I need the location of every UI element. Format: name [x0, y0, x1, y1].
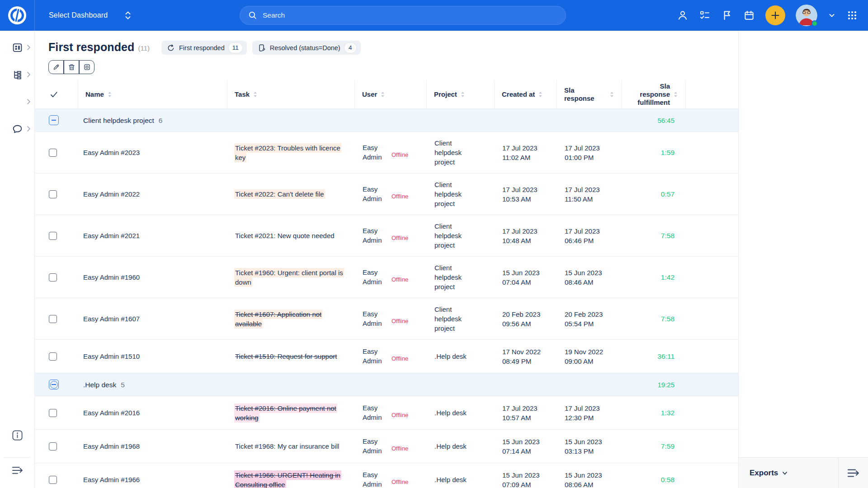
task-name-link[interactable]: Easy Admin #1968: [83, 442, 140, 450]
sidebar-divider: [4, 457, 31, 458]
task-name-link[interactable]: Easy Admin #1607: [83, 315, 140, 323]
exports-button[interactable]: Exports: [739, 458, 838, 488]
group-row[interactable]: .Help desk5 19:25: [35, 373, 738, 396]
table-row[interactable]: Easy Admin #1960 Ticket #1960: Urgent: c…: [35, 257, 738, 298]
row-checkbox[interactable]: [49, 352, 57, 361]
task-name-link[interactable]: Easy Admin #2016: [83, 409, 140, 417]
user-link[interactable]: Easy Admin: [363, 309, 389, 328]
sidebar-item-collapsed[interactable]: [0, 95, 35, 108]
project-link[interactable]: Client helpdesk project: [434, 180, 470, 208]
table-row[interactable]: Easy Admin #2022 Ticket #2022: Can't del…: [35, 174, 738, 215]
table-row[interactable]: Easy Admin #2016 Ticket #2016: Online pa…: [35, 396, 738, 430]
user-icon[interactable]: [677, 9, 689, 21]
info-button[interactable]: [0, 429, 35, 441]
search-icon: [248, 11, 257, 20]
project-link[interactable]: .Help desk: [434, 475, 467, 484]
column-header[interactable]: Project: [426, 80, 494, 108]
dashboard-selector[interactable]: Select Dashboard: [35, 10, 132, 20]
row-checkbox[interactable]: [49, 409, 57, 417]
chip-first-responded[interactable]: First responded 11: [161, 41, 247, 55]
row-checkbox[interactable]: [49, 273, 57, 282]
chip-resolved[interactable]: Resolved (status=Done) 4: [252, 41, 361, 55]
task-name-link[interactable]: Easy Admin #1966: [83, 476, 140, 483]
group-row[interactable]: Client helpdesk project6 56:45: [35, 109, 738, 132]
task-subject-link[interactable]: Ticket #1968: My car insurance bill: [235, 442, 339, 450]
user-link[interactable]: Easy Admin: [363, 226, 389, 245]
sidebar-item-messages[interactable]: [0, 122, 35, 136]
checklist-icon[interactable]: [699, 9, 711, 21]
table-row[interactable]: Easy Admin #1968 Ticket #1968: My car in…: [35, 430, 738, 463]
row-checkbox[interactable]: [49, 149, 57, 157]
sidebar-item-project-tree[interactable]: [0, 68, 35, 81]
user-link[interactable]: Easy Admin: [363, 403, 389, 422]
task-subject-link[interactable]: Ticket #2016: Online payment not working: [235, 404, 336, 422]
row-checkbox[interactable]: [49, 315, 57, 323]
task-subject-link[interactable]: Ticket #2022: Can't delete file: [235, 190, 324, 198]
task-subject-link[interactable]: Ticket #1607: Application not available: [235, 310, 321, 328]
sort-icon: [107, 91, 112, 98]
user-link[interactable]: Easy Admin: [363, 184, 389, 203]
column-header[interactable]: Created at: [494, 80, 557, 108]
expand-panel-button[interactable]: [838, 458, 868, 488]
task-subject-link[interactable]: Ticket #2021: New quote needed: [235, 232, 335, 239]
avatar[interactable]: [796, 5, 817, 26]
apps-grid-icon[interactable]: [846, 9, 858, 21]
sort-icon: [380, 91, 385, 98]
row-checkbox[interactable]: [49, 476, 57, 484]
search-placeholder: Search: [263, 11, 285, 19]
task-subject-link[interactable]: Ticket #1960: Urgent: client portal is d…: [235, 269, 343, 286]
calendar-icon[interactable]: [743, 9, 755, 21]
row-checkbox[interactable]: [49, 442, 57, 450]
table-row[interactable]: Easy Admin #1607 Ticket #1607: Applicati…: [35, 298, 738, 340]
user-link[interactable]: Easy Admin: [363, 347, 389, 366]
user-link[interactable]: Easy Admin: [363, 436, 389, 455]
sort-icon: [538, 91, 543, 98]
column-header[interactable]: User: [354, 80, 426, 108]
right-panel: Exports: [738, 31, 868, 488]
project-link[interactable]: .Help desk: [434, 441, 467, 451]
user-status-badge: Offline: [392, 276, 408, 283]
row-checkbox[interactable]: [49, 190, 57, 198]
row-checkbox[interactable]: [49, 232, 57, 240]
collapse-group-button[interactable]: [49, 115, 59, 125]
task-name-link[interactable]: Easy Admin #2021: [83, 232, 140, 239]
column-header[interactable]: Name: [78, 80, 227, 108]
flag-icon[interactable]: [721, 9, 733, 21]
chevron-down-icon[interactable]: [828, 9, 836, 21]
edit-button[interactable]: [48, 60, 64, 74]
chip-label: First responded: [179, 44, 225, 52]
task-name-link[interactable]: Easy Admin #1510: [83, 352, 140, 360]
collapse-group-button[interactable]: [49, 380, 59, 389]
user-link[interactable]: Easy Admin: [363, 143, 389, 162]
add-new-button[interactable]: [765, 5, 785, 25]
project-link[interactable]: Client helpdesk project: [434, 263, 470, 291]
task-name-link[interactable]: Easy Admin #2023: [83, 149, 140, 156]
delete-button[interactable]: [64, 60, 79, 74]
project-link[interactable]: Client helpdesk project: [434, 138, 470, 167]
project-link[interactable]: .Help desk: [434, 352, 467, 361]
table-row[interactable]: Easy Admin #1510 Ticket #1510: Request f…: [35, 340, 738, 373]
task-subject-link[interactable]: Ticket #1966: URGENT! Heating in Consult…: [235, 471, 340, 488]
user-link[interactable]: Easy Admin: [363, 267, 389, 286]
project-link[interactable]: Client helpdesk project: [434, 305, 470, 333]
project-link[interactable]: Client helpdesk project: [434, 221, 470, 250]
table-row[interactable]: Easy Admin #2023 Ticket #2023: Troubles …: [35, 132, 738, 174]
task-name-link[interactable]: Easy Admin #1960: [83, 273, 140, 281]
project-link[interactable]: .Help desk: [434, 408, 467, 418]
table-row[interactable]: Easy Admin #2021 Ticket #2021: New quote…: [35, 215, 738, 257]
sidebar-item-dashboards[interactable]: [0, 41, 35, 54]
task-subject-link[interactable]: Ticket #1510: Request for support: [235, 352, 337, 360]
column-header[interactable]: Sla response fulfillment: [622, 80, 685, 108]
task-name-link[interactable]: Easy Admin #2022: [83, 190, 140, 198]
user-link[interactable]: Easy Admin: [363, 470, 389, 488]
column-header[interactable]: Task: [227, 80, 354, 108]
sla-fulfillment-value: 7:58: [622, 308, 685, 330]
table-row[interactable]: Easy Admin #1966 Ticket #1966: URGENT! H…: [35, 463, 738, 488]
select-all-header[interactable]: [35, 80, 78, 108]
column-header[interactable]: Sla response: [557, 80, 622, 108]
copy-button[interactable]: [79, 60, 94, 74]
search-input[interactable]: Search: [240, 6, 566, 25]
expand-sidebar-button[interactable]: [0, 465, 35, 475]
task-subject-link[interactable]: Ticket #2023: Troubles with licence key: [235, 144, 340, 161]
app-logo[interactable]: [0, 0, 35, 31]
